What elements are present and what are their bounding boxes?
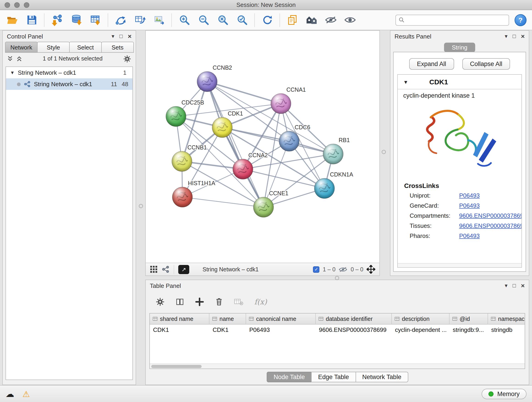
right-splitter-handle[interactable] — [382, 150, 386, 154]
selected-checkbox[interactable]: ✓ — [313, 266, 320, 273]
gear-icon[interactable] — [123, 55, 131, 63]
column-header-description[interactable]: description — [392, 313, 450, 325]
expand-all-button[interactable]: Expand All — [409, 58, 454, 70]
home-button[interactable] — [305, 13, 318, 27]
column-header-namespace[interactable]: namespace — [488, 313, 525, 325]
column-header-name[interactable]: name — [209, 313, 246, 325]
panel-menu-icon[interactable]: ▾ — [112, 33, 114, 39]
close-panel-icon[interactable]: × — [521, 32, 525, 40]
tab-select[interactable]: Select — [69, 42, 102, 53]
show-selected-button[interactable] — [343, 13, 357, 27]
crosslink-link[interactable]: 9606.ENSP00000378699 — [459, 222, 522, 229]
tab-style[interactable]: Style — [37, 42, 70, 53]
tree-caret-icon[interactable]: ▼ — [10, 70, 15, 75]
tab-node-table[interactable]: Node Table — [267, 372, 312, 382]
float-panel-icon[interactable]: □ — [513, 33, 516, 39]
zoom-fit-button[interactable] — [216, 13, 230, 27]
delete-column-icon[interactable] — [215, 297, 223, 306]
tab-sets[interactable]: Sets — [101, 42, 134, 53]
export-image-button[interactable] — [152, 13, 166, 27]
import-network-file-button[interactable] — [50, 13, 64, 27]
column-header-database-identifier[interactable]: database identifier — [316, 313, 392, 325]
add-column-icon[interactable] — [195, 297, 204, 306]
network-row-selected[interactable]: String Network – cdk1 11 48 — [6, 78, 133, 90]
tab-edge-table[interactable]: Edge Table — [311, 372, 356, 382]
network-view-icon[interactable] — [162, 265, 170, 273]
network-from-selection-button[interactable] — [114, 13, 127, 27]
table-cell[interactable]: CDK1 — [209, 325, 246, 335]
warning-icon[interactable]: ⚠ — [22, 389, 30, 399]
minimize-window-button[interactable] — [14, 2, 20, 8]
maximize-window-button[interactable] — [24, 2, 29, 8]
horizontal-scrollbar[interactable] — [150, 364, 525, 369]
panel-menu-icon[interactable]: ▾ — [505, 33, 507, 39]
graph-edge[interactable] — [207, 82, 264, 207]
crosslink-link[interactable]: P06493 — [459, 202, 522, 209]
graph-node-CCNB1[interactable] — [172, 151, 192, 172]
table-cell[interactable]: 9606.ENSP00000378699 — [316, 325, 392, 335]
zoom-in-button[interactable] — [177, 13, 191, 27]
float-panel-icon[interactable]: □ — [119, 33, 123, 39]
graph-edge[interactable] — [182, 197, 264, 207]
collapse-all-icon[interactable] — [7, 56, 13, 62]
tab-string[interactable]: String — [444, 43, 475, 52]
save-session-button[interactable] — [25, 13, 38, 27]
graph-node-CDC6[interactable] — [279, 131, 299, 151]
import-network-database-button[interactable] — [69, 13, 83, 27]
graph-node-RB1[interactable] — [323, 144, 343, 164]
column-header--id[interactable]: @id — [450, 313, 488, 325]
network-canvas[interactable]: CCNB2CCNA1CDC25BCDK1CDC6RB1CCNB1CCNA2CDK… — [146, 31, 380, 263]
crosslink-link[interactable]: P06493 — [459, 232, 522, 239]
graph-node-CDC25B[interactable] — [166, 106, 186, 127]
search-input[interactable] — [407, 17, 506, 23]
graph-edge[interactable] — [207, 82, 333, 154]
column-header-canonical-name[interactable]: canonical name — [246, 313, 316, 325]
import-table-file-button[interactable] — [89, 13, 102, 27]
collapse-all-button[interactable]: Collapse All — [462, 58, 510, 70]
table-cell[interactable]: P06493 — [246, 325, 316, 335]
column-header-shared-name[interactable]: shared name — [150, 313, 209, 325]
zoom-out-button[interactable] — [196, 13, 210, 27]
tab-network[interactable]: Network — [5, 42, 38, 53]
cloud-icon[interactable]: ☁ — [6, 389, 14, 399]
entry-caret-icon[interactable]: ▼ — [403, 79, 408, 85]
graph-edge[interactable] — [207, 82, 281, 104]
expand-all-icon[interactable] — [17, 56, 22, 62]
table-cell[interactable]: CDK1 — [150, 325, 209, 335]
table-cell[interactable]: cyclin-dependent ... — [392, 325, 450, 335]
network-from-table-button[interactable] — [133, 13, 147, 27]
graph-node-CCNA1[interactable] — [271, 94, 291, 114]
open-session-button[interactable] — [6, 13, 19, 27]
panel-menu-icon[interactable]: ▾ — [505, 282, 507, 289]
graph-node-CDKN1A[interactable] — [314, 178, 335, 198]
network-collection-row[interactable]: ▼ String Network – cdk1 1 — [6, 67, 133, 78]
grid-view-icon[interactable] — [150, 265, 158, 273]
apply-layout-button[interactable] — [260, 13, 274, 27]
table-row[interactable]: CDK1CDK1P064939606.ENSP00000378699cyclin… — [150, 325, 525, 335]
close-panel-icon[interactable]: × — [128, 32, 132, 40]
results-scrollbar[interactable] — [398, 263, 521, 267]
graph-node-CCNB2[interactable] — [197, 71, 217, 92]
show-columns-icon[interactable] — [176, 297, 184, 306]
hide-selected-button[interactable] — [324, 13, 338, 27]
graph-node-CCNE1[interactable] — [253, 197, 273, 217]
graph-node-CDK1[interactable] — [212, 117, 232, 138]
copy-document-button[interactable] — [285, 13, 299, 27]
pan-crosshair-icon[interactable] — [367, 265, 375, 274]
table-cell[interactable]: stringdb:9... — [450, 325, 488, 335]
crosslink-link[interactable]: 9606.ENSP00000378699 — [459, 212, 522, 219]
network-graph[interactable]: CCNB2CCNA1CDC25BCDK1CDC6RB1CCNB1CCNA2CDK… — [146, 31, 380, 263]
crosslink-link[interactable]: P06493 — [459, 192, 522, 199]
help-button[interactable]: ? — [515, 14, 526, 26]
table-cell[interactable]: stringdb — [488, 325, 525, 335]
graph-edge[interactable] — [222, 128, 333, 154]
memory-button[interactable]: Memory — [481, 389, 526, 399]
detach-view-button[interactable]: ↗ — [178, 265, 189, 274]
close-panel-icon[interactable]: × — [521, 282, 525, 289]
float-panel-icon[interactable]: □ — [513, 282, 516, 289]
scrollbar-thumb[interactable] — [151, 365, 202, 368]
graph-node-CCNA2[interactable] — [233, 159, 253, 179]
close-window-button[interactable] — [5, 2, 10, 8]
tab-network-table[interactable]: Network Table — [355, 372, 408, 382]
zoom-selected-button[interactable] — [235, 13, 249, 27]
